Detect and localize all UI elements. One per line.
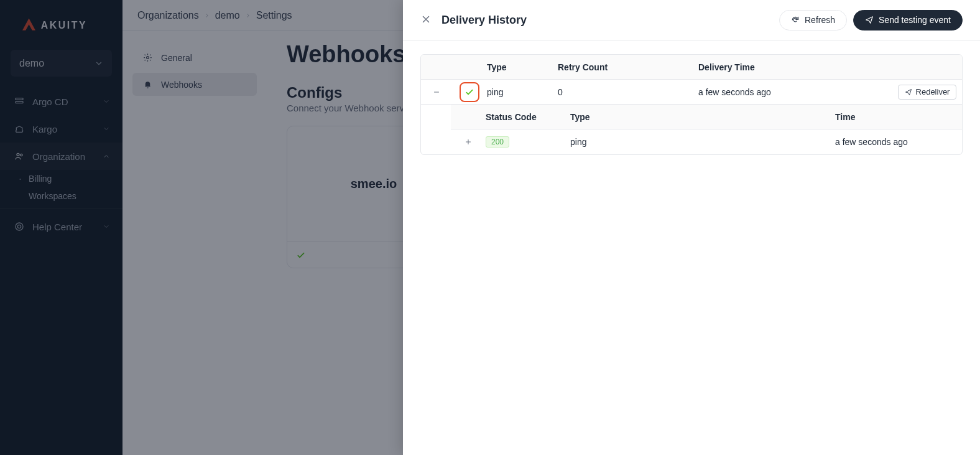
cell-time: a few seconds ago bbox=[698, 87, 892, 97]
sub-table-header: Status Code Type Time bbox=[451, 105, 962, 129]
status-code-badge: 200 bbox=[486, 136, 509, 148]
th-time: Delivery Time bbox=[698, 62, 892, 72]
attempts-sub-table: Status Code Type Time 200 ping a few sec… bbox=[451, 105, 962, 154]
sub-table-row: 200 ping a few seconds ago bbox=[451, 129, 962, 154]
close-icon[interactable] bbox=[420, 14, 433, 26]
cell-sub-time: a few seconds ago bbox=[835, 137, 962, 147]
refresh-icon bbox=[791, 16, 800, 24]
th-type: Type bbox=[487, 62, 558, 72]
table-row: ping 0 a few seconds ago Redeliver bbox=[421, 80, 962, 105]
paper-plane-icon bbox=[905, 88, 912, 96]
redeliver-button[interactable]: Redeliver bbox=[898, 85, 957, 100]
th-sub-type: Type bbox=[570, 112, 835, 122]
cell-type: ping bbox=[487, 87, 558, 97]
send-test-event-button[interactable]: Send testing event bbox=[853, 10, 963, 30]
table-header-row: Type Retry Count Delivery Time bbox=[421, 55, 962, 80]
cell-retry: 0 bbox=[558, 87, 698, 97]
drawer-title: Delivery History bbox=[441, 14, 779, 27]
status-success-icon bbox=[460, 82, 479, 102]
refresh-button[interactable]: Refresh bbox=[779, 10, 847, 30]
button-label: Redeliver bbox=[916, 87, 950, 96]
th-sub-time: Time bbox=[835, 112, 962, 122]
paper-plane-icon bbox=[865, 16, 874, 24]
collapse-toggle[interactable] bbox=[421, 88, 452, 96]
th-status-code: Status Code bbox=[486, 112, 570, 122]
button-label: Refresh bbox=[805, 15, 835, 25]
expand-toggle[interactable] bbox=[451, 138, 486, 146]
cell-sub-type: ping bbox=[570, 137, 835, 147]
th-retry: Retry Count bbox=[558, 62, 698, 72]
delivery-table: Type Retry Count Delivery Time ping 0 a … bbox=[420, 54, 963, 155]
button-label: Send testing event bbox=[879, 15, 951, 25]
delivery-history-drawer: Delivery History Refresh Send testing ev… bbox=[403, 0, 980, 455]
